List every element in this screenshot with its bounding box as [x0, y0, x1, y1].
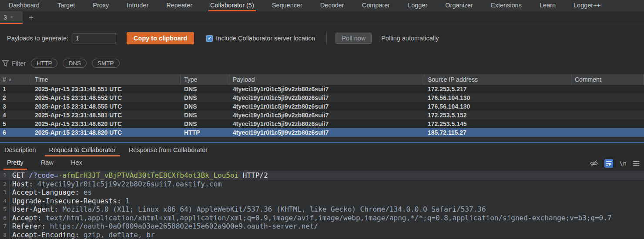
tab-pretty[interactable]: Pretty: [3, 156, 27, 170]
table-row[interactable]: 22025-Apr-15 23:31:48.552 UTCDNS4tyeci19…: [0, 93, 644, 102]
menu-item-collaborator-5-[interactable]: Collaborator (5): [208, 0, 256, 11]
code-line[interactable]: 2Host: 4tyeci19y1r0i1c5ji9v2zb80z6suii7.…: [0, 180, 644, 189]
cell-type[interactable]: DNS: [181, 85, 229, 93]
request-editor[interactable]: 1GET /?code=-afmErH3JT_vBjPTVAd30tTeE8CX…: [0, 170, 644, 239]
code-line[interactable]: 4Upgrade-Insecure-Requests: 1: [0, 197, 644, 206]
menu-item-dashboard[interactable]: Dashboard: [7, 0, 41, 11]
menu-item-repeater[interactable]: Repeater: [164, 0, 194, 11]
cell-type[interactable]: DNS: [181, 102, 229, 111]
cell-source-ip[interactable]: 172.253.5.217: [424, 85, 571, 93]
menu-item-organizer[interactable]: Organizer: [443, 0, 475, 11]
menu-item-proxy[interactable]: Proxy: [91, 0, 111, 11]
filter-pill-smtp[interactable]: SMTP: [92, 59, 120, 68]
menu-item-learn[interactable]: Learn: [538, 0, 557, 11]
cell-time[interactable]: 2025-Apr-15 23:31:48.820 UTC: [31, 128, 181, 137]
table-row[interactable]: 62025-Apr-15 23:31:48.820 UTCHTTP4tyeci1…: [0, 128, 644, 137]
cell-time[interactable]: 2025-Apr-15 23:31:48.555 UTC: [31, 102, 181, 111]
tab-description[interactable]: Description: [0, 145, 40, 156]
cell-payload[interactable]: 4tyeci19y1r0i1c5ji9v2zb80z6suii7: [229, 102, 424, 111]
column-header-label: Time: [35, 76, 48, 83]
table-row[interactable]: 42025-Apr-15 23:31:48.581 UTCDNS4tyeci19…: [0, 111, 644, 120]
menu-item-decoder[interactable]: Decoder: [319, 0, 346, 11]
cell-number[interactable]: 4: [0, 111, 31, 120]
cell-comment[interactable]: [571, 111, 644, 120]
cell-time[interactable]: 2025-Apr-15 23:31:48.620 UTC: [31, 120, 181, 128]
cell-comment[interactable]: [571, 102, 644, 111]
cell-time[interactable]: 2025-Apr-15 23:31:48.551 UTC: [31, 85, 181, 93]
filter-pill-http[interactable]: HTTP: [31, 59, 57, 68]
code-text: Referer: https://oauth-0a0f009a03ae26588…: [10, 222, 318, 231]
cell-number[interactable]: 5: [0, 120, 31, 128]
cell-comment[interactable]: [571, 85, 644, 93]
table-row[interactable]: 12025-Apr-15 23:31:48.551 UTCDNS4tyeci19…: [0, 85, 644, 93]
menu-item-comparer[interactable]: Comparer: [360, 0, 392, 11]
menu-icon[interactable]: [633, 161, 640, 166]
cell-time[interactable]: 2025-Apr-15 23:31:48.552 UTC: [31, 93, 181, 102]
column-header-payload[interactable]: Payload: [229, 74, 424, 85]
column-header-source-ip-address[interactable]: Source IP address: [424, 74, 571, 85]
menu-item-sequencer[interactable]: Sequencer: [270, 0, 304, 11]
cell-payload[interactable]: 4tyeci19y1r0i1c5ji9v2zb80z6suii7: [229, 85, 424, 93]
menu-item-extensions[interactable]: Extensions: [489, 0, 523, 11]
column-header--[interactable]: #∧: [0, 74, 31, 85]
include-server-location-checkbox[interactable]: ✓: [206, 35, 213, 42]
code-line[interactable]: 7Referer: https://oauth-0a0f009a03ae2658…: [0, 222, 644, 231]
cell-number[interactable]: 1: [0, 85, 31, 93]
tab-raw[interactable]: Raw: [37, 156, 57, 170]
cell-type[interactable]: HTTP: [181, 128, 229, 137]
cell-number[interactable]: 6: [0, 128, 31, 137]
cell-source-ip[interactable]: 172.253.5.152: [424, 111, 571, 120]
cell-comment[interactable]: [571, 93, 644, 102]
cell-number[interactable]: 3: [0, 102, 31, 111]
code-text: Host: 4tyeci19y1r0i1c5ji9v2zb80z6suii7.o…: [10, 180, 222, 189]
cell-type[interactable]: DNS: [181, 120, 229, 128]
code-line[interactable]: 1GET /?code=-afmErH3JT_vBjPTVAd30tTeE8CX…: [0, 171, 644, 180]
table-row[interactable]: 52025-Apr-15 23:31:48.620 UTCDNS4tyeci19…: [0, 120, 644, 128]
menu-item-intruder[interactable]: Intruder: [125, 0, 150, 11]
toolbar-separator: [326, 33, 327, 44]
payloads-count-input[interactable]: [73, 33, 116, 43]
code-line[interactable]: 8Accept-Encoding: gzip, deflate, br: [0, 231, 644, 239]
tab-hex[interactable]: Hex: [67, 156, 86, 170]
cell-time[interactable]: 2025-Apr-15 23:31:48.581 UTC: [31, 111, 181, 120]
column-header-type[interactable]: Type: [181, 74, 229, 85]
close-icon[interactable]: ×: [10, 15, 13, 20]
newline-icon[interactable]: \n: [619, 160, 627, 167]
code-line[interactable]: 3Accept-Language: es: [0, 188, 644, 197]
cell-source-ip[interactable]: 185.72.115.27: [424, 128, 571, 137]
code-line[interactable]: 5User-Agent: Mozilla/5.0 (X11; Linux x86…: [0, 205, 644, 214]
funnel-icon[interactable]: [2, 60, 9, 67]
menu-item-logger-[interactable]: Logger++: [572, 0, 602, 11]
cell-type[interactable]: DNS: [181, 93, 229, 102]
tab-response-from-collaborator[interactable]: Response from Collaborator: [124, 145, 212, 156]
code-line[interactable]: 6Accept: text/html,application/xhtml+xml…: [0, 214, 644, 222]
menu-item-logger[interactable]: Logger: [406, 0, 429, 11]
cell-number[interactable]: 2: [0, 93, 31, 102]
code-text: User-Agent: Mozilla/5.0 (X11; Linux x86_…: [10, 205, 486, 214]
cell-payload[interactable]: 4tyeci19y1r0i1c5ji9v2zb80z6suii7: [229, 111, 424, 120]
wrap-icon[interactable]: [604, 159, 613, 168]
cell-payload[interactable]: 4tyeci19y1r0i1c5ji9v2zb80z6suii7: [229, 128, 424, 137]
code-segment: Accept-Encoding:: [12, 231, 79, 239]
code-segment: -afmErH3JT_vBjPTVAd30tTeE8CXfb4ot3Bk_Lou…: [58, 171, 238, 179]
cell-payload[interactable]: 4tyeci19y1r0i1c5ji9v2zb80z6suii7: [229, 120, 424, 128]
cell-source-ip[interactable]: 176.56.104.130: [424, 93, 571, 102]
cell-source-ip[interactable]: 172.253.5.145: [424, 120, 571, 128]
cell-payload[interactable]: 4tyeci19y1r0i1c5ji9v2zb80z6suii7: [229, 93, 424, 102]
copy-to-clipboard-button[interactable]: Copy to clipboard: [127, 32, 194, 44]
table-row[interactable]: 32025-Apr-15 23:31:48.555 UTCDNS4tyeci19…: [0, 102, 644, 111]
menu-item-target[interactable]: Target: [56, 0, 77, 11]
poll-now-button[interactable]: Poll now: [335, 33, 372, 44]
hide-icon[interactable]: [590, 160, 598, 167]
cell-type[interactable]: DNS: [181, 111, 229, 120]
column-header-time[interactable]: Time: [31, 74, 181, 85]
line-number: 7: [0, 222, 10, 231]
cell-source-ip[interactable]: 176.56.104.130: [424, 102, 571, 111]
cell-comment[interactable]: [571, 128, 644, 137]
column-header-comment[interactable]: Comment: [571, 74, 644, 85]
filter-pill-dns[interactable]: DNS: [63, 59, 87, 68]
add-tab-button[interactable]: +: [29, 11, 34, 24]
collaborator-tab[interactable]: 3×: [0, 11, 23, 24]
tab-request-to-collaborator[interactable]: Request to Collaborator: [45, 145, 120, 156]
cell-comment[interactable]: [571, 120, 644, 128]
